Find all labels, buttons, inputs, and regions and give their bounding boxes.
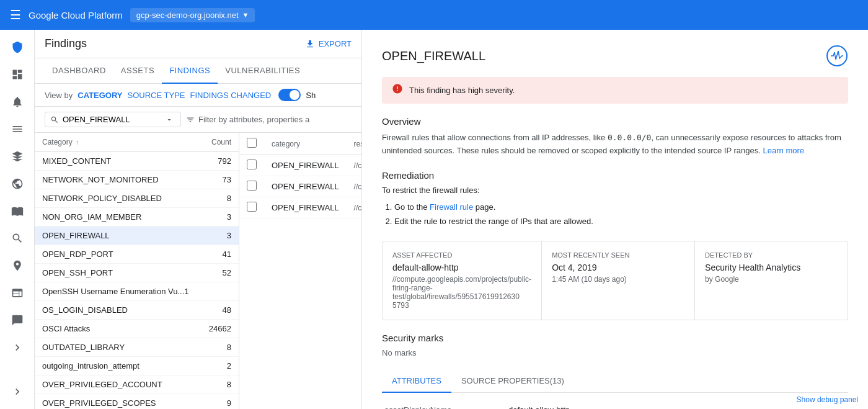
category-cell: OpenSSH Username Enumeration Vu...1 — [35, 282, 201, 301]
sidebar-icon-expand[interactable] — [5, 379, 30, 404]
export-label: EXPORT — [319, 39, 352, 48]
category-row[interactable]: NETWORK_NOT_MONITORED 73 — [35, 171, 239, 189]
content-area: Findings EXPORT DASHBOARD ASSETS FINDING… — [35, 30, 868, 409]
finding-category-cell: OPEN_FIREWALL — [264, 197, 347, 218]
sidebar-icon-shield[interactable] — [5, 35, 30, 60]
detail-panel: OPEN_FIREWALL This finding has high seve… — [362, 30, 868, 409]
category-cell: OVER_PRIVILEGED_SCOPES — [35, 394, 201, 410]
category-row[interactable]: OUTDATED_LIBRARY 8 — [35, 338, 239, 357]
filter-placeholder: Filter by attributes, properties a — [198, 115, 309, 124]
count-cell: 41 — [201, 245, 239, 264]
count-cell — [201, 282, 239, 301]
pulse-icon — [826, 45, 848, 67]
most-recently-seen-label: Most recently seen — [552, 251, 684, 259]
severity-icon — [392, 83, 403, 97]
category-row[interactable]: OPEN_FIREWALL 3 — [35, 227, 239, 245]
export-button[interactable]: EXPORT — [305, 39, 352, 49]
col-header-category: Category ↑ — [35, 133, 201, 152]
overview-title: Overview — [382, 116, 848, 127]
category-row[interactable]: OVER_PRIVILEGED_SCOPES 9 — [35, 394, 239, 410]
view-by-label: View by — [45, 91, 73, 100]
menu-icon[interactable]: ☰ — [10, 7, 21, 22]
security-marks-title: Security marks — [382, 333, 848, 343]
detected-by-label: Detected by — [705, 251, 838, 259]
sidebar-icon-book[interactable] — [5, 199, 30, 223]
attribute-row: assetDisplayName default-allow-http — [382, 400, 848, 409]
col-header-resource: resour — [347, 133, 361, 155]
category-row[interactable]: OSCI Attacks 24662 — [35, 320, 239, 338]
sidebar-icon-tag[interactable] — [5, 308, 30, 333]
sidebar-icon-arrow[interactable] — [5, 335, 30, 360]
row-checkbox-cell — [239, 176, 264, 197]
sidebar-icon-dashboard[interactable] — [5, 62, 30, 87]
toggle-switch[interactable] — [278, 89, 301, 101]
category-cell: MIXED_CONTENT — [35, 152, 201, 171]
select-all-checkbox[interactable] — [247, 138, 257, 148]
category-row[interactable]: OPEN_SSH_PORT 52 — [35, 264, 239, 282]
sort-icon: ↑ — [76, 139, 79, 146]
category-row[interactable]: NON_ORG_IAM_MEMBER 3 — [35, 208, 239, 227]
asset-affected-section: Asset affected default-allow-http //comp… — [383, 241, 542, 320]
category-row[interactable]: NETWORK_POLICY_DISABLED 8 — [35, 189, 239, 208]
count-cell: 3 — [201, 227, 239, 245]
most-recently-seen-sub: 1:45 AM (10 days ago) — [552, 275, 684, 284]
sidebar-icon-globe[interactable] — [5, 171, 30, 196]
category-cell: OPEN_FIREWALL — [35, 227, 201, 245]
row-checkbox-1[interactable] — [247, 181, 257, 191]
app-logo: Google Cloud Platform — [29, 10, 123, 20]
debug-panel-link[interactable]: Show debug panel — [797, 395, 858, 404]
category-cell: OPEN_RDP_PORT — [35, 245, 201, 264]
row-checkbox-0[interactable] — [247, 160, 257, 169]
asset-affected-label: Asset affected — [392, 251, 531, 259]
tab-source-properties[interactable]: SOURCE PROPERTIES(13) — [451, 370, 574, 393]
findings-header: Findings EXPORT — [35, 30, 361, 58]
asset-affected-value: default-allow-http — [392, 263, 531, 272]
category-cell: NETWORK_NOT_MONITORED — [35, 171, 201, 189]
finding-category-cell: OPEN_FIREWALL — [264, 155, 347, 176]
sidebar-icon-magnify[interactable] — [5, 226, 30, 251]
category-cell: OVER_PRIVILEGED_ACCOUNT — [35, 375, 201, 394]
count-cell: 52 — [201, 264, 239, 282]
tab-vulnerabilities[interactable]: VULNERABILITIES — [218, 58, 308, 84]
finding-row[interactable]: OPEN_FIREWALL //com — [239, 197, 361, 218]
asset-card: Asset affected default-allow-http //comp… — [382, 241, 848, 320]
category-row[interactable]: OS_LOGIN_DISABLED 48 — [35, 301, 239, 320]
count-cell: 8 — [201, 338, 239, 357]
detected-by-sub: by Google — [705, 275, 838, 284]
detected-by-value: Security Health Analytics — [705, 263, 838, 272]
severity-banner: This finding has high severity. — [382, 77, 848, 104]
category-row[interactable]: OPEN_RDP_PORT 41 — [35, 245, 239, 264]
sidebar-icon-list[interactable] — [5, 117, 30, 142]
firewall-rule-link[interactable]: Firewall rule — [430, 202, 473, 212]
search-input[interactable] — [63, 115, 162, 124]
search-dropdown-icon[interactable] — [166, 116, 173, 124]
category-row[interactable]: MIXED_CONTENT 792 — [35, 152, 239, 171]
tab-dashboard[interactable]: DASHBOARD — [45, 58, 113, 84]
sidebar-icon-mappin[interactable] — [5, 253, 30, 278]
tab-assets[interactable]: ASSETS — [113, 58, 162, 84]
finding-row[interactable]: OPEN_FIREWALL //com — [239, 155, 361, 176]
view-by-source-type[interactable]: SOURCE TYPE — [128, 91, 185, 100]
sidebar-icon-alert[interactable] — [5, 89, 30, 114]
row-checkbox-2[interactable] — [247, 202, 257, 212]
remediation-title: Remediation — [382, 170, 848, 181]
tab-attributes[interactable]: ATTRIBUTES — [382, 370, 451, 393]
category-row[interactable]: outgoing_intrusion_attempt 2 — [35, 357, 239, 375]
severity-text: This finding has high severity. — [409, 86, 515, 95]
detail-title-text: OPEN_FIREWALL — [382, 49, 485, 63]
sidebar-icon-search2[interactable] — [5, 281, 30, 305]
view-by-findings-changed[interactable]: FINDINGS CHANGED — [190, 91, 271, 100]
category-table: Category ↑ Count MIXED_CONTENT 792 NETWO… — [35, 133, 239, 409]
finding-row[interactable]: OPEN_FIREWALL //com — [239, 176, 361, 197]
show-label: Sh — [306, 91, 316, 100]
sidebar-icon-diamond[interactable] — [5, 144, 30, 169]
learn-more-link[interactable]: Learn more — [763, 146, 804, 155]
view-by-category[interactable]: CATEGORY — [78, 91, 122, 100]
remediation-step-1: Go to the Firewall rule page. — [394, 200, 848, 214]
project-chevron-icon: ▼ — [242, 11, 249, 19]
project-selector[interactable]: gcp-sec-demo-org.joonix.net ▼ — [130, 8, 255, 22]
category-row[interactable]: OpenSSH Username Enumeration Vu...1 — [35, 282, 239, 301]
count-cell: 792 — [201, 152, 239, 171]
category-row[interactable]: OVER_PRIVILEGED_ACCOUNT 8 — [35, 375, 239, 394]
tab-findings[interactable]: FINDINGS — [162, 58, 218, 84]
